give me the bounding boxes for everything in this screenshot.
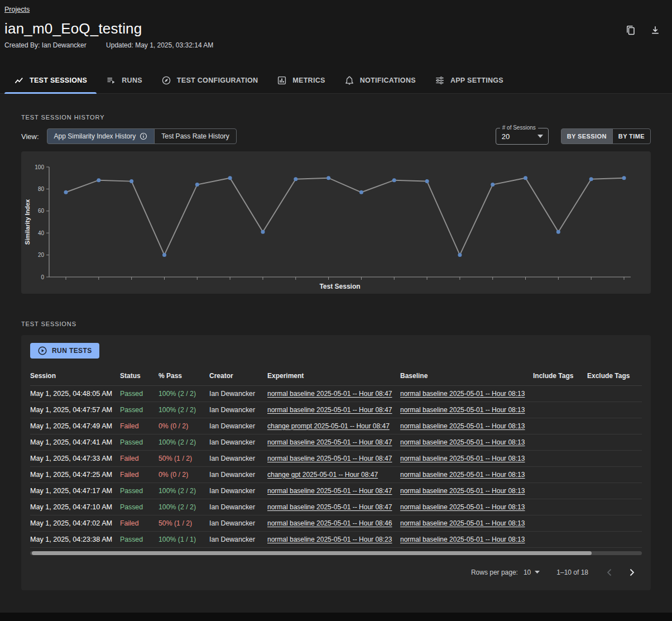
chart-point[interactable]	[524, 176, 527, 180]
baseline-link[interactable]: normal baseline 2025-05-01 -- Hour 08:13	[400, 422, 525, 430]
toggle-label: App Similarity Index History	[54, 132, 136, 140]
chart-point[interactable]	[392, 178, 396, 182]
bell-icon	[344, 75, 354, 85]
status-cell: Passed	[120, 402, 159, 418]
experiment-link[interactable]: change gpt 2025-05-01 -- Hour 08:47	[267, 471, 378, 479]
tab-test-configuration[interactable]: TEST CONFIGURATION	[152, 67, 267, 93]
chart-point[interactable]	[261, 230, 265, 234]
baseline-link[interactable]: normal baseline 2025-05-01 -- Hour 08:13	[400, 438, 525, 446]
baseline-link[interactable]: normal baseline 2025-05-01 -- Hour 08:13	[400, 455, 525, 462]
include-tags-cell	[533, 402, 587, 418]
chart-x-axis-label: Test Session	[319, 283, 360, 290]
status-cell: Failed	[120, 515, 159, 531]
creator-cell: Ian Dewancker	[209, 450, 267, 466]
toggle-test-pass-rate-history[interactable]: Test Pass Rate History	[154, 128, 236, 144]
scrollbar-thumb[interactable]	[32, 551, 592, 555]
download-icon	[650, 25, 661, 36]
caret-down-icon	[535, 571, 540, 574]
experiment-link[interactable]: normal baseline 2025-05-01 -- Hour 08:47	[267, 438, 392, 446]
baseline-link[interactable]: normal baseline 2025-05-01 -- Hour 08:13	[400, 519, 525, 527]
experiment-link[interactable]: normal baseline 2025-05-01 -- Hour 08:47	[267, 390, 392, 398]
status-cell: Passed	[120, 434, 159, 450]
include-tags-cell	[533, 531, 587, 547]
exclude-tags-cell	[587, 402, 642, 418]
experiment-link[interactable]: normal baseline 2025-05-01 -- Hour 08:23	[267, 536, 392, 543]
experiment-cell: change prompt 2025-05-01 -- Hour 08:47	[267, 418, 400, 434]
pass-rate-cell: 100% (2 / 2)	[159, 385, 209, 402]
baseline-cell: normal baseline 2025-05-01 -- Hour 08:13	[400, 450, 533, 466]
exclude-tags-cell	[587, 499, 642, 515]
baseline-link[interactable]: normal baseline 2025-05-01 -- Hour 08:13	[400, 390, 525, 398]
download-button[interactable]	[649, 23, 662, 37]
chart-point[interactable]	[228, 176, 232, 180]
chart-point[interactable]	[458, 253, 462, 257]
chart-y-axis-label: Similarity Index	[24, 199, 31, 245]
experiment-link[interactable]: normal baseline 2025-05-01 -- Hour 08:47	[267, 406, 392, 414]
svg-text:100: 100	[35, 164, 44, 170]
baseline-link[interactable]: normal baseline 2025-05-01 -- Hour 08:13	[400, 406, 525, 414]
chart-point[interactable]	[64, 190, 68, 194]
rows-per-page-select[interactable]: 10	[524, 569, 540, 576]
sessions-table: SessionStatus% PassCreatorExperimentBase…	[30, 366, 642, 548]
chart-point[interactable]	[97, 178, 100, 182]
pagination: Rows per page: 10 1–10 of 18	[30, 565, 642, 580]
chart-point[interactable]	[622, 176, 626, 180]
num-sessions-select[interactable]: # of Sessions 20	[496, 128, 549, 145]
chart-point[interactable]	[195, 183, 199, 187]
tab-app-settings[interactable]: APP SETTINGS	[425, 67, 513, 93]
chart-point[interactable]	[491, 183, 495, 187]
baseline-link[interactable]: normal baseline 2025-05-01 -- Hour 08:13	[400, 487, 525, 495]
experiment-link[interactable]: normal baseline 2025-05-01 -- Hour 08:46	[267, 519, 392, 527]
table-row: May 1, 2025, 04:48:05 AMPassed100% (2 / …	[30, 385, 642, 402]
breadcrumb-projects[interactable]: Projects	[4, 6, 30, 13]
experiment-cell: normal baseline 2025-05-01 -- Hour 08:47	[267, 385, 400, 402]
session-cell: May 1, 2025, 04:47:49 AM	[30, 418, 120, 434]
pass-rate-cell: 50% (1 / 2)	[159, 450, 209, 466]
chart-point[interactable]	[162, 253, 166, 257]
baseline-link[interactable]: normal baseline 2025-05-01 -- Hour 08:13	[400, 471, 525, 479]
main-content: TEST SESSION HISTORY View: App Similarit…	[0, 94, 672, 613]
next-page-button[interactable]	[624, 565, 640, 580]
run-tests-label: RUN TESTS	[52, 347, 92, 355]
status-cell: Passed	[120, 385, 159, 402]
baseline-link[interactable]: normal baseline 2025-05-01 -- Hour 08:13	[400, 503, 525, 511]
exclude-tags-cell	[587, 483, 642, 499]
chart-point[interactable]	[129, 179, 133, 183]
exclude-tags-cell	[587, 466, 642, 483]
chart-point[interactable]	[359, 190, 363, 194]
experiment-link[interactable]: normal baseline 2025-05-01 -- Hour 08:47	[267, 503, 392, 511]
toggle-by-time[interactable]: BY TIME	[612, 128, 651, 144]
tab-test-sessions[interactable]: TEST SESSIONS	[4, 67, 97, 93]
tab-metrics[interactable]: METRICS	[267, 67, 334, 93]
tab-runs[interactable]: RUNS	[97, 67, 152, 93]
baseline-link[interactable]: normal baseline 2025-05-01 -- Hour 08:13	[400, 536, 525, 543]
experiment-link[interactable]: change prompt 2025-05-01 -- Hour 08:47	[267, 422, 390, 430]
include-tags-cell	[533, 418, 587, 434]
chart-point[interactable]	[425, 179, 429, 183]
chevron-right-icon	[626, 567, 637, 578]
copy-icon	[625, 25, 636, 36]
experiment-link[interactable]: normal baseline 2025-05-01 -- Hour 08:47	[267, 455, 392, 462]
exclude-tags-cell	[587, 385, 642, 402]
experiment-link[interactable]: normal baseline 2025-05-01 -- Hour 08:47	[267, 487, 392, 495]
chart-point[interactable]	[589, 177, 593, 181]
column-header--pass: % Pass	[159, 366, 209, 385]
creator-cell: Ian Dewancker	[209, 418, 267, 434]
tab-notifications[interactable]: NOTIFICATIONS	[335, 67, 425, 93]
run-tests-button[interactable]: RUN TESTS	[30, 343, 99, 359]
toggle-similarity-index-history[interactable]: App Similarity Index History	[47, 128, 155, 144]
horizontal-scrollbar[interactable]	[30, 551, 642, 555]
tab-label: NOTIFICATIONS	[360, 77, 416, 84]
copy-button[interactable]	[624, 23, 637, 37]
num-sessions-value: 20	[502, 132, 510, 141]
chart-point[interactable]	[556, 230, 560, 234]
svg-text:40: 40	[38, 230, 45, 236]
table-header-row: SessionStatus% PassCreatorExperimentBase…	[30, 366, 642, 385]
toggle-by-session[interactable]: BY SESSION	[561, 128, 613, 144]
chart-point[interactable]	[327, 176, 330, 180]
baseline-cell: normal baseline 2025-05-01 -- Hour 08:13	[400, 499, 533, 515]
history-section-label: TEST SESSION HISTORY	[21, 94, 651, 121]
header-actions	[624, 23, 662, 37]
chart-point[interactable]	[294, 177, 297, 181]
exclude-tags-cell	[587, 434, 642, 450]
